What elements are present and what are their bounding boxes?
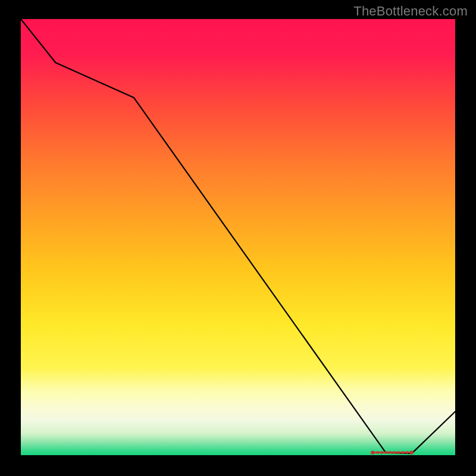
plot-area (21, 19, 455, 455)
chart-svg (21, 19, 455, 455)
optimal-range-end-dot (410, 450, 414, 454)
optimal-range-start-dot (371, 450, 374, 454)
bottleneck-curve-line (21, 19, 455, 453)
chart-frame: TheBottleneck.com (0, 0, 476, 476)
watermark-text: TheBottleneck.com (353, 4, 468, 19)
